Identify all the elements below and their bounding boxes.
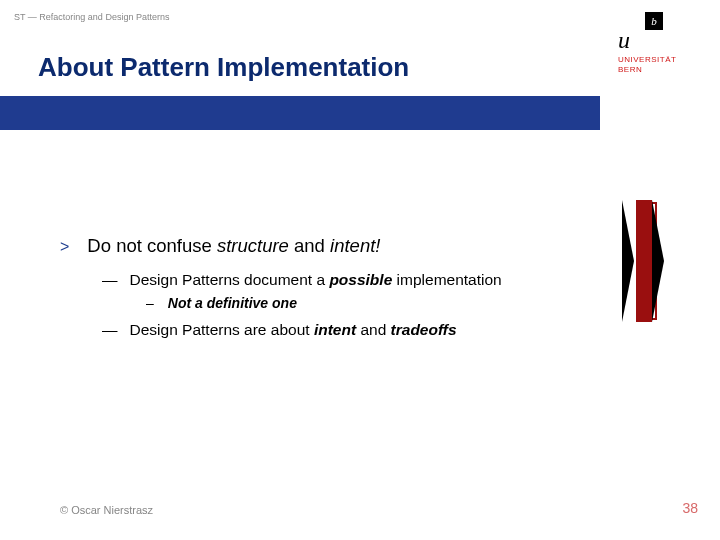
footer-copyright: © Oscar Nierstrasz bbox=[60, 504, 153, 516]
text-span: Not a definitive one bbox=[168, 295, 297, 311]
text-span: and bbox=[289, 235, 330, 256]
dash-icon: — bbox=[102, 321, 118, 338]
text-tradeoffs: tradeoffs bbox=[391, 321, 457, 338]
logo-b-letter: b bbox=[651, 12, 657, 30]
dash-icon: — bbox=[102, 271, 118, 288]
page-number: 38 bbox=[682, 500, 698, 516]
uni-line1: UNIVERSITÄT bbox=[618, 55, 676, 64]
text-span: and bbox=[356, 321, 390, 338]
text-possible: possible bbox=[329, 271, 392, 288]
sub-bullet-1: —Design Patterns document a possible imp… bbox=[102, 271, 680, 289]
svg-text:u: u bbox=[618, 30, 630, 52]
text-intent: intent! bbox=[330, 235, 380, 256]
main-bullet: >Do not confuse structure and intent! bbox=[60, 235, 680, 257]
bullet-arrow-icon: > bbox=[60, 238, 69, 255]
sub-bullet-2: —Design Patterns are about intent and tr… bbox=[102, 321, 680, 339]
slide-content: >Do not confuse structure and intent! —D… bbox=[60, 235, 680, 345]
text-span: Do not confuse bbox=[87, 235, 217, 256]
title-underline-bar bbox=[0, 96, 600, 130]
text-span: implementation bbox=[392, 271, 501, 288]
university-name: UNIVERSITÄT BERN bbox=[618, 55, 676, 74]
text-span: Design Patterns document a bbox=[130, 271, 330, 288]
logo-u-letter: u bbox=[618, 30, 644, 52]
text-structure: structure bbox=[217, 235, 289, 256]
endash-icon: – bbox=[146, 295, 154, 311]
uni-line2: BERN bbox=[618, 65, 642, 74]
header-breadcrumb: ST — Refactoring and Design Patterns bbox=[14, 12, 169, 22]
subsub-bullet: –Not a definitive one bbox=[146, 295, 680, 311]
logo-b-box: b bbox=[645, 12, 663, 30]
text-intent2: intent bbox=[314, 321, 356, 338]
slide-title: About Pattern Implementation bbox=[38, 52, 409, 83]
university-logo: b u UNIVERSITÄT BERN bbox=[600, 0, 720, 96]
text-span: Design Patterns are about bbox=[130, 321, 314, 338]
